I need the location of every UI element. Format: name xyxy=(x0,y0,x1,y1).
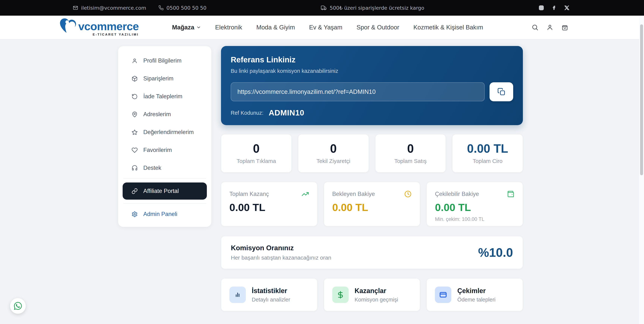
commission-rate-value: %10.0 xyxy=(478,245,513,260)
heart-icon xyxy=(132,147,138,153)
wallet-card-toplam-kazanc: Toplam Kazanç 0.00 TL xyxy=(221,182,317,226)
chevron-down-icon xyxy=(196,25,201,30)
stat-label: Tekil Ziyaretçi xyxy=(316,158,350,164)
stat-label: Toplam Tıklama xyxy=(237,158,276,164)
stat-value: 0 xyxy=(253,143,260,155)
facebook-icon[interactable] xyxy=(552,5,557,10)
whatsapp-icon xyxy=(14,302,22,311)
referral-link-card: Referans Linkiniz Bu linki paylaşarak ko… xyxy=(221,46,523,125)
shortcut-title: Kazançlar xyxy=(354,287,398,295)
stat-label: Toplam Ciro xyxy=(473,158,502,164)
topbar-email-text: iletisim@vcommerce.com xyxy=(81,5,146,11)
sidebar-item-favoriler[interactable]: Favorilerim xyxy=(122,141,207,159)
x-twitter-icon[interactable] xyxy=(564,5,570,10)
stat-value: 0 xyxy=(330,143,337,155)
nav-item-kozmetik[interactable]: Kozmetik & Kişisel Bakım xyxy=(414,24,483,31)
dollar-icon xyxy=(332,287,349,303)
star-icon xyxy=(132,129,138,135)
wallet-row: Toplam Kazanç 0.00 TL Bekleyen Bakiye 0.… xyxy=(221,182,523,226)
sidebar-divider xyxy=(123,178,206,179)
sidebar-item-profil[interactable]: Profil Bilgilerim xyxy=(122,52,207,70)
topbar-email-link[interactable]: iletisim@vcommerce.com xyxy=(73,5,146,11)
topbar-contacts: iletisim@vcommerce.com 0500 500 50 50 xyxy=(73,5,206,11)
shortcut-kazanclar[interactable]: Kazançlar Komisyon geçmişi xyxy=(324,278,420,311)
credit-card-icon xyxy=(435,287,451,303)
map-pin-icon xyxy=(132,111,138,117)
main-nav: Mağaza Elektronik Moda & Giyim Ev & Yaşa… xyxy=(161,24,483,31)
shortcut-title: İstatistikler xyxy=(252,287,290,295)
mail-icon xyxy=(73,5,78,10)
sidebar-item-admin-paneli[interactable]: Admin Paneli xyxy=(122,205,207,223)
wallet-icon xyxy=(507,190,514,198)
instagram-icon[interactable] xyxy=(538,5,544,10)
nav-item-moda-giyim[interactable]: Moda & Giyim xyxy=(256,24,295,31)
link-icon xyxy=(132,188,138,194)
package-icon xyxy=(132,76,138,82)
copy-icon xyxy=(497,88,506,96)
ref-code-label: Ref Kodunuz: xyxy=(231,110,264,116)
wallet-label: Toplam Kazanç xyxy=(230,191,269,197)
account-sidebar: Profil Bilgilerim Siparişlerim İade Tale… xyxy=(118,46,212,227)
scrollbar-thumb[interactable] xyxy=(640,24,643,175)
header-actions xyxy=(532,24,568,31)
gear-icon xyxy=(132,211,138,217)
stat-card-toplam-satis: 0 Toplam Satış xyxy=(375,134,446,172)
rotate-ccw-icon xyxy=(132,93,138,100)
referral-subtitle: Bu linki paylaşarak komisyon kazanabilir… xyxy=(231,68,513,74)
wallet-card-bekleyen-bakiye: Bekleyen Bakiye 0.00 TL xyxy=(324,182,420,226)
sidebar-item-destek[interactable]: Destek xyxy=(122,159,207,177)
commission-subtitle: Her başarılı satıştan kazanacağınız oran xyxy=(231,255,331,261)
shipping-banner: 500₺ üzeri siparişlerde ücretsiz kargo xyxy=(206,5,538,11)
account-icon[interactable] xyxy=(546,24,554,31)
topbar-phone-text: 0500 500 50 50 xyxy=(166,5,206,11)
bar-chart-icon xyxy=(230,287,246,303)
whatsapp-button[interactable] xyxy=(10,298,26,314)
shortcut-cekimler[interactable]: Çekimler Ödeme talepleri xyxy=(426,278,523,311)
shortcut-row: İstatistikler Detaylı analizler Kazançla… xyxy=(221,278,523,311)
nav-item-magaza[interactable]: Mağaza xyxy=(172,24,201,31)
search-icon[interactable] xyxy=(532,24,538,31)
shortcut-subtitle: Ödeme talepleri xyxy=(457,297,496,303)
sidebar-item-degerlendirmeler[interactable]: Değerlendirmelerim xyxy=(122,123,207,141)
wallet-value: 0.00 TL xyxy=(230,202,309,213)
user-icon xyxy=(132,58,138,64)
ref-code-value: ADMIN10 xyxy=(269,108,304,117)
stat-card-toplam-ciro: 0.00 TL Toplam Ciro xyxy=(452,134,523,172)
wallet-card-cekilebilir-bakiye: Çekilebilir Bakiye 0.00 TL Min. çekim: 1… xyxy=(426,182,523,226)
shortcut-istatistikler[interactable]: İstatistikler Detaylı analizler xyxy=(221,278,317,311)
trending-up-icon xyxy=(302,190,309,198)
sidebar-item-affiliate-portal[interactable]: Affiliate Portal xyxy=(122,182,207,200)
topbar-social xyxy=(538,5,570,10)
shortcut-subtitle: Detaylı analizler xyxy=(252,297,290,303)
referral-link-input[interactable] xyxy=(231,82,485,101)
headphones-icon xyxy=(132,165,138,171)
sidebar-item-iade[interactable]: İade Taleplerim xyxy=(122,87,207,105)
logo-mark-icon xyxy=(60,18,77,34)
topbar-phone-link[interactable]: 0500 500 50 50 xyxy=(158,5,206,11)
stat-card-tekil-ziyaretci: 0 Tekil Ziyaretçi xyxy=(298,134,369,172)
copy-link-button[interactable] xyxy=(490,82,513,101)
wallet-value: 0.00 TL xyxy=(332,202,412,213)
commission-rate-card: Komisyon Oranınız Her başarılı satıştan … xyxy=(221,236,523,269)
min-withdrawal-note: Min. çekim: 100.00 TL xyxy=(435,216,514,222)
sidebar-divider xyxy=(123,203,206,204)
wallet-label: Bekleyen Bakiye xyxy=(332,191,375,197)
sidebar-item-adresler[interactable]: Adreslerim xyxy=(122,105,207,123)
wallet-value: 0.00 TL xyxy=(435,202,514,213)
site-header: vcommerce E-TİCARET YAZILIMI Mağaza Elek… xyxy=(0,16,644,39)
shipping-banner-text: 500₺ üzeri siparişlerde ücretsiz kargo xyxy=(330,5,424,11)
stat-label: Toplam Satış xyxy=(394,158,426,164)
cart-icon[interactable] xyxy=(561,24,568,31)
vcommerce-logo[interactable]: vcommerce E-TİCARET YAZILIMI xyxy=(60,18,139,36)
sidebar-item-siparisler[interactable]: Siparişlerim xyxy=(122,70,207,87)
stat-value: 0 xyxy=(407,143,414,155)
nav-item-elektronik[interactable]: Elektronik xyxy=(215,24,242,31)
nav-item-spor-outdoor[interactable]: Spor & Outdoor xyxy=(356,24,399,31)
phone-icon xyxy=(158,5,164,10)
logo-wordmark: vcommerce xyxy=(78,20,139,32)
stat-card-toplam-tiklama: 0 Toplam Tıklama xyxy=(221,134,292,172)
shortcut-subtitle: Komisyon geçmişi xyxy=(354,297,398,303)
topbar: iletisim@vcommerce.com 0500 500 50 50 50… xyxy=(0,0,644,16)
nav-item-ev-yasam[interactable]: Ev & Yaşam xyxy=(309,24,342,31)
affiliate-main: Referans Linkiniz Bu linki paylaşarak ko… xyxy=(221,46,523,311)
